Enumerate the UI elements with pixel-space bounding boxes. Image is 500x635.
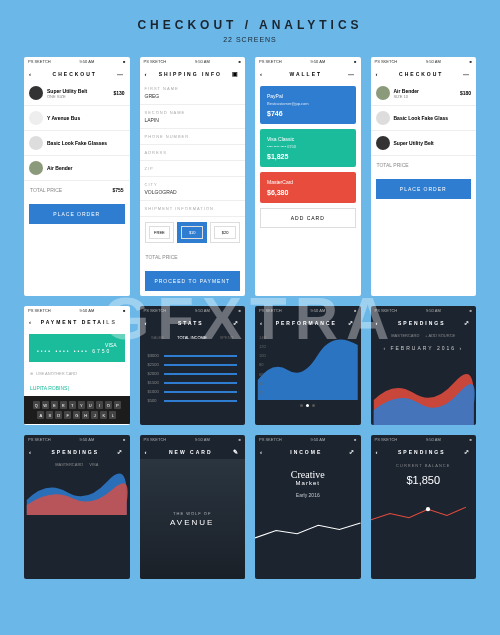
back-icon[interactable]: ‹: [29, 319, 33, 325]
key[interactable]: H: [82, 411, 89, 419]
total-row: TOTAL PRICE: [371, 156, 477, 174]
key[interactable]: J: [91, 411, 98, 419]
proceed-button[interactable]: PROCEED TO PAYMENT: [145, 271, 241, 291]
key[interactable]: S: [46, 411, 53, 419]
screen-performance: PS SKETCH9:50 AM■ ‹PERFORMANCE⤢ 14012010…: [255, 306, 361, 425]
edit-icon[interactable]: ✎: [233, 448, 240, 455]
product-row[interactable]: Basic Look Fake Glasses: [24, 131, 130, 156]
back-icon[interactable]: ‹: [145, 71, 149, 77]
zip-field[interactable]: ZIP: [140, 161, 246, 177]
key[interactable]: A: [37, 411, 44, 419]
screen-new-card: PS SKETCH9:50 AM■ ‹NEW CARD✎ THE WOLF OF…: [140, 435, 246, 579]
place-order-button[interactable]: PLACE ORDER: [29, 204, 125, 224]
wallet-card-visa[interactable]: Visa Classic•••• •••• •••• 6750$1,825: [260, 129, 356, 167]
page-title: CHECKOUT / ANALYTICS: [0, 18, 500, 32]
key[interactable]: T: [69, 401, 76, 409]
product-row[interactable]: Super Utility BeltONE SIZE$130: [24, 81, 130, 106]
page-subtitle: 22 SCREENS: [0, 36, 500, 43]
chart-icon[interactable]: ⤢: [349, 448, 356, 455]
legend: MASTERCARD+ ADD SOURCE: [371, 330, 477, 341]
chart-icon[interactable]: ⤢: [348, 319, 355, 326]
back-icon[interactable]: ‹: [260, 449, 264, 455]
screen-checkout-1: PS SKETCH9:50 AM■ ‹CHECKOUT⋯ Super Utili…: [24, 57, 130, 296]
place-order-button[interactable]: PLACE ORDER: [376, 179, 472, 199]
key[interactable]: E: [51, 401, 58, 409]
tab[interactable]: SPEND: [220, 335, 234, 340]
cardholder-input[interactable]: LUPITA ROBINS|: [24, 380, 130, 396]
back-icon[interactable]: ‹: [29, 449, 33, 455]
status-bar: PS SKETCH9:50 AM■: [140, 435, 246, 444]
phone-field[interactable]: PHONE NUMBER: [140, 129, 246, 145]
status-bar: PS SKETCH9:50 AM■: [140, 57, 246, 66]
product-row[interactable]: Y Avenue Bus: [24, 106, 130, 131]
wallet-card-mc[interactable]: MasterCard$6,380: [260, 172, 356, 203]
key[interactable]: F: [64, 411, 71, 419]
performance-chart: 14012010080604020: [255, 330, 361, 400]
key[interactable]: K: [100, 411, 107, 419]
key[interactable]: U: [87, 401, 94, 409]
more-icon[interactable]: ⋯: [348, 70, 356, 77]
status-bar: PS SKETCH9:50 AM■: [24, 57, 130, 66]
key[interactable]: L: [109, 411, 116, 419]
use-another-card[interactable]: ⊕USE ANOTHER CARD: [24, 367, 130, 380]
balance-value: $1,850: [371, 468, 477, 492]
title-bar: ‹CHECKOUT⋯: [371, 66, 477, 81]
back-icon[interactable]: ‹: [376, 449, 380, 455]
back-icon[interactable]: ‹: [260, 71, 264, 77]
product-thumb: [376, 86, 390, 100]
back-icon[interactable]: ‹: [260, 320, 264, 326]
key[interactable]: R: [60, 401, 67, 409]
back-icon[interactable]: ‹: [29, 71, 33, 77]
back-icon[interactable]: ‹: [145, 320, 149, 326]
month-selector[interactable]: ‹ FEBRUARY 2016 ›: [371, 341, 477, 355]
wallet-card-paypal[interactable]: PayPalBestcustomer@pp.com$746: [260, 86, 356, 124]
ship-option[interactable]: $20: [210, 222, 240, 243]
key[interactable]: Q: [33, 401, 40, 409]
status-bar: PS SKETCH9:50 AM■: [24, 435, 130, 444]
product-thumb: [29, 86, 43, 100]
product-thumb: [29, 111, 43, 125]
back-icon[interactable]: ‹: [376, 320, 380, 326]
bag-icon[interactable]: ▣: [232, 70, 240, 77]
second-name-field[interactable]: SECOND NAMELAPIN: [140, 105, 246, 129]
status-bar: PS SKETCH9:50 AM■: [371, 435, 477, 444]
first-name-field[interactable]: FIRST NAMEGREG: [140, 81, 246, 105]
title-bar: ‹SPENDINGS⤢: [371, 444, 477, 459]
ship-option[interactable]: $10: [177, 222, 207, 243]
chart-icon[interactable]: ⤢: [117, 448, 124, 455]
payment-card[interactable]: VISA•••• •••• •••• 6750: [29, 334, 125, 362]
title-bar: ‹CHECKOUT⋯: [24, 66, 130, 81]
title-bar: ‹SHIPPING INFO▣: [140, 66, 246, 81]
chart-icon[interactable]: ⤢: [464, 448, 471, 455]
add-card-button[interactable]: ADD CARD: [260, 208, 356, 228]
tab[interactable]: SALES: [151, 335, 164, 340]
tab[interactable]: TOTAL INCOME: [177, 335, 206, 340]
chart-icon[interactable]: ⤢: [233, 319, 240, 326]
more-icon[interactable]: ⋯: [463, 70, 471, 77]
ship-option[interactable]: FREE: [145, 222, 175, 243]
card-preview: THE WOLF OF AVENUE: [140, 459, 246, 579]
more-icon[interactable]: ⋯: [117, 70, 125, 77]
screen-income: PS SKETCH9:50 AM■ ‹INCOME⤢ Creative Mark…: [255, 435, 361, 579]
back-icon[interactable]: ‹: [145, 449, 149, 455]
status-bar: PS SKETCH9:50 AM■: [255, 306, 361, 315]
key[interactable]: D: [55, 411, 62, 419]
key[interactable]: Y: [78, 401, 85, 409]
product-row[interactable]: Air BenderSIZE 10$180: [371, 81, 477, 106]
product-row[interactable]: Air Bender: [24, 156, 130, 181]
city-field[interactable]: CITYVOLGOGRAD: [140, 177, 246, 201]
screen-payment: PS SKETCH9:50 AM■ ‹PAYMENT DETAILS VISA•…: [24, 306, 130, 425]
screen-shipping: PS SKETCH9:50 AM■ ‹SHIPPING INFO▣ FIRST …: [140, 57, 246, 296]
product-row[interactable]: Basic Look Fake Glass: [371, 106, 477, 131]
key[interactable]: I: [96, 401, 103, 409]
product-row[interactable]: Super Utility Belt: [371, 131, 477, 156]
chart-icon[interactable]: ⤢: [464, 319, 471, 326]
address-field[interactable]: ADRESS: [140, 145, 246, 161]
title-bar: ‹PAYMENT DETAILS: [24, 315, 130, 329]
key[interactable]: O: [105, 401, 112, 409]
key[interactable]: W: [42, 401, 49, 409]
key[interactable]: G: [73, 411, 80, 419]
key[interactable]: P: [114, 401, 121, 409]
pager-dots[interactable]: [255, 400, 361, 411]
back-icon[interactable]: ‹: [376, 71, 380, 77]
